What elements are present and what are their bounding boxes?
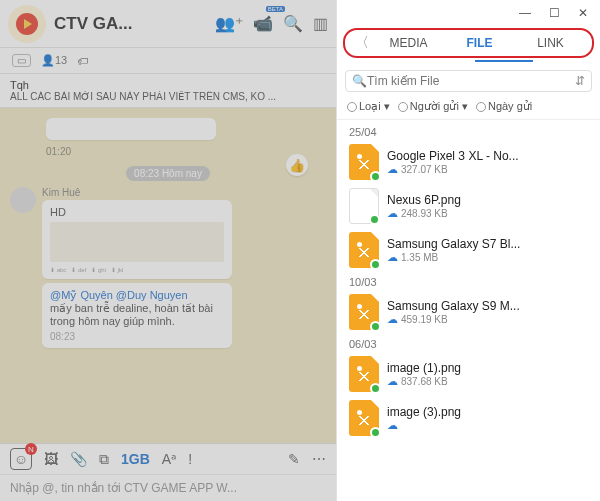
message-text: mấy ban trễ dealine, hoàn tất bài trong … xyxy=(50,302,213,327)
priority-icon[interactable]: ! xyxy=(188,451,192,467)
cloud-icon: ☁ xyxy=(387,251,398,264)
sort-icon[interactable]: ⇵ xyxy=(575,74,585,88)
file-item[interactable]: Google Pixel 3 XL - No...☁327.07 KB xyxy=(337,140,600,184)
file-type-icon xyxy=(349,356,379,392)
message-time: 01:20 xyxy=(46,146,326,157)
tab-media[interactable]: MEDIA xyxy=(373,36,444,50)
sender-name: Kim Huê xyxy=(42,187,326,198)
file-name: Google Pixel 3 XL - No... xyxy=(387,149,588,163)
pinned-author: Tqh xyxy=(10,79,326,91)
message-bubble[interactable]: HD ⬇ abc ⬇ def ⬇ ghi ⬇ jkl xyxy=(42,200,232,279)
chat-body: 👍 01:20 08:23 Hôm nay Kim Huê HD ⬇ abc ⬇… xyxy=(0,108,336,448)
date-label: 25/04 xyxy=(337,122,600,140)
tab-link[interactable]: LINK xyxy=(515,36,586,50)
tab-file[interactable]: FILE xyxy=(444,36,515,50)
image-icon[interactable]: 🖼 xyxy=(44,451,58,467)
more-icon[interactable]: ⋯ xyxy=(312,451,326,467)
filter-date[interactable]: Ngày gửi xyxy=(476,100,532,113)
attachment-meta: ⬇ abc ⬇ def ⬇ ghi ⬇ jkl xyxy=(50,266,224,273)
file-item[interactable]: image (3).png☁ xyxy=(337,396,600,440)
file-item[interactable]: Nexus 6P.png☁248.93 KB xyxy=(337,184,600,228)
add-member-icon[interactable]: 👥⁺ xyxy=(215,14,243,33)
file-size: ☁ xyxy=(387,419,588,432)
file-name: image (1).png xyxy=(387,361,588,375)
close-icon[interactable]: ✕ xyxy=(578,6,588,20)
tag-icon[interactable]: 🏷 xyxy=(77,55,88,67)
file-name: image (3).png xyxy=(387,405,588,419)
cloud-icon: ☁ xyxy=(387,375,398,388)
sticker-icon[interactable]: ☺ xyxy=(10,448,32,470)
mention[interactable]: @Mỹ Quyên xyxy=(50,289,113,301)
file-item[interactable]: image (1).png☁837.68 KB xyxy=(337,352,600,396)
date-label: 06/03 xyxy=(337,334,600,352)
image-attachment[interactable] xyxy=(50,222,224,262)
maximize-icon[interactable]: ☐ xyxy=(549,6,560,20)
search-icon: 🔍 xyxy=(352,74,367,88)
file-size: ☁327.07 KB xyxy=(387,163,588,176)
pinned-message[interactable]: Tqh ALL CÁC BÀI MỚI SAU NÀY PHẢI VIẾT TR… xyxy=(0,74,336,108)
message-bubble[interactable] xyxy=(46,118,216,140)
cloud-icon: ☁ xyxy=(387,419,398,432)
draw-icon[interactable]: ✎ xyxy=(288,451,300,467)
filter-row: Loại ▾ Người gửi ▾ Ngày gửi xyxy=(337,96,600,120)
group-avatar[interactable] xyxy=(8,5,46,43)
search-input[interactable] xyxy=(367,74,575,88)
user-avatar[interactable] xyxy=(10,187,36,213)
composer: ☺ 🖼 📎 ⧉ 1GB Aᵃ ! ✎ ⋯ Nhập @, tin nhắn tớ… xyxy=(0,443,336,501)
day-separator: 08:23 Hôm nay xyxy=(10,163,326,181)
format-icon[interactable]: Aᵃ xyxy=(162,451,176,467)
message-time: 08:23 xyxy=(50,331,224,342)
window-controls: — ☐ ✕ xyxy=(337,0,600,26)
file-size: ☁248.93 KB xyxy=(387,207,588,220)
message-input[interactable]: Nhập @, tin nhắn tới CTV GAME APP W... xyxy=(0,475,336,501)
media-tabs: 〈 MEDIA FILE LINK xyxy=(343,28,594,58)
date-label: 10/03 xyxy=(337,272,600,290)
tab-indicator xyxy=(475,60,533,62)
members-count[interactable]: 👤13 xyxy=(41,54,67,67)
file-type-icon xyxy=(349,188,379,224)
pinned-text: ALL CÁC BÀI MỚI SAU NÀY PHẢI VIẾT TRÊN C… xyxy=(10,91,326,102)
chat-subheader: ▭ 👤13 🏷 xyxy=(0,48,336,74)
filter-type[interactable]: Loại ▾ xyxy=(347,100,390,113)
category-icon[interactable]: ▭ xyxy=(12,54,31,67)
sidebar-toggle-icon[interactable]: ▥ xyxy=(313,14,328,33)
composer-toolbar: ☺ 🖼 📎 ⧉ 1GB Aᵃ ! ✎ ⋯ xyxy=(0,444,336,475)
file-size: ☁837.68 KB xyxy=(387,375,588,388)
search-box[interactable]: 🔍 ⇵ xyxy=(345,70,592,92)
file-list: 25/04Google Pixel 3 XL - No...☁327.07 KB… xyxy=(337,120,600,501)
message-bubble[interactable]: @Mỹ Quyên @Duy Nguyen mấy ban trễ dealin… xyxy=(42,283,232,348)
back-icon[interactable]: 〈 xyxy=(351,34,373,52)
chat-title: CTV GA... xyxy=(54,14,146,34)
file-type-icon xyxy=(349,232,379,268)
chat-header: CTV GA... 👥⁺ 📹 🔍 ▥ xyxy=(0,0,336,48)
cloud-icon: ☁ xyxy=(387,207,398,220)
filter-sender[interactable]: Người gửi ▾ xyxy=(398,100,468,113)
video-call-icon[interactable]: 📹 xyxy=(253,14,273,33)
cloud-icon: ☁ xyxy=(387,313,398,326)
file-name: Samsung Galaxy S7 Bl... xyxy=(387,237,588,251)
search-chat-icon[interactable]: 🔍 xyxy=(283,14,303,33)
file-type-icon xyxy=(349,144,379,180)
react-button[interactable]: 👍 xyxy=(286,154,308,176)
mention[interactable]: @Duy Nguyen xyxy=(116,289,188,301)
attach-icon[interactable]: 📎 xyxy=(70,451,87,467)
file-type-icon xyxy=(349,294,379,330)
message-text: HD xyxy=(50,206,224,218)
cloud-icon: ☁ xyxy=(387,163,398,176)
screenshot-icon[interactable]: ⧉ xyxy=(99,451,109,468)
file-item[interactable]: Samsung Galaxy S7 Bl...☁1.35 MB xyxy=(337,228,600,272)
minimize-icon[interactable]: — xyxy=(519,6,531,20)
side-panel: — ☐ ✕ 〈 MEDIA FILE LINK 🔍 ⇵ Loại ▾ Người… xyxy=(336,0,600,501)
chat-panel: CTV GA... 👥⁺ 📹 🔍 ▥ ▭ 👤13 🏷 Tqh ALL CÁC B… xyxy=(0,0,336,501)
file-size: ☁459.19 KB xyxy=(387,313,588,326)
message-row: Kim Huê HD ⬇ abc ⬇ def ⬇ ghi ⬇ jkl @Mỹ Q… xyxy=(10,187,326,348)
large-file-icon[interactable]: 1GB xyxy=(121,451,150,467)
file-size: ☁1.35 MB xyxy=(387,251,588,264)
file-type-icon xyxy=(349,400,379,436)
file-name: Nexus 6P.png xyxy=(387,193,588,207)
file-item[interactable]: Samsung Galaxy S9 M...☁459.19 KB xyxy=(337,290,600,334)
file-name: Samsung Galaxy S9 M... xyxy=(387,299,588,313)
